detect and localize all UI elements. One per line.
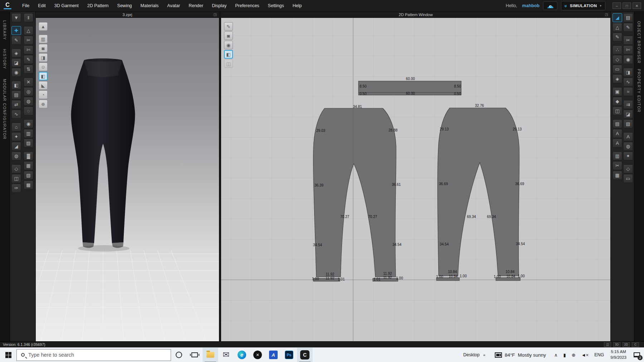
maximize-button[interactable]: □ <box>623 3 631 9</box>
minimize-button[interactable]: – <box>613 3 621 9</box>
menu-item[interactable]: Help <box>288 0 306 11</box>
tray-network-icon[interactable]: ⊕ <box>569 352 578 358</box>
taskbar-clo-button[interactable]: C <box>297 348 313 362</box>
tool-seam-allowance-button[interactable]: ▤ <box>613 119 622 128</box>
tool-scale-3d-button[interactable]: ◢ <box>11 142 21 151</box>
popout-window-icon[interactable]: ◳ <box>214 13 217 16</box>
tool-edit-pattern-button[interactable]: △ <box>613 23 622 32</box>
menu-item[interactable]: 3D Garment <box>50 0 83 11</box>
tool-fold-2d-button[interactable]: ◪ <box>623 110 633 119</box>
taskbar-mail-button[interactable]: ✉ <box>218 348 234 362</box>
menu-item[interactable]: 2D Pattern <box>83 0 113 11</box>
tray-volume-muted-icon[interactable]: ◄× <box>579 352 591 358</box>
tool-fabric-2d-button[interactable]: ▧ <box>623 119 633 128</box>
view-2d-button[interactable]: 2D <box>623 342 630 347</box>
taskbar-edge-button[interactable]: e <box>234 348 250 362</box>
view-3d-button[interactable]: 3D <box>613 342 620 347</box>
tool-edit-sewing-2d-button[interactable]: ✎ <box>623 23 633 32</box>
tool-topstitch-line-button[interactable]: ≈ <box>623 87 633 96</box>
view3d-strain-map-button[interactable]: ▥ <box>39 35 48 43</box>
rail-tab-modular-configurator[interactable]: MODULAR CONFIGURATOR <box>3 79 7 140</box>
menu-item[interactable]: Materials <box>136 0 163 11</box>
tool-rectangle-button[interactable]: ▭ <box>613 65 622 74</box>
tool-binding-button[interactable]: ▦ <box>24 161 33 170</box>
tool-sewing-machine-2d-button[interactable]: ▤ <box>623 13 633 22</box>
tool-polygon-button[interactable]: ◇ <box>613 55 622 64</box>
rail-tab-library[interactable]: LIBRARY <box>3 20 7 40</box>
action-center-button[interactable]: 2 <box>630 348 644 362</box>
rail-tab-object-browser[interactable]: OBJECT BROWSER <box>637 21 641 64</box>
menu-item[interactable]: Edit <box>34 0 50 11</box>
tool-fold-arrangement-button[interactable]: ◧ <box>11 81 21 90</box>
desktop-toolbar-label[interactable]: Desktop <box>460 352 483 357</box>
tool-pin-tack-button[interactable]: ◉ <box>11 68 21 77</box>
cortana-button[interactable] <box>171 348 187 362</box>
close-button[interactable]: ✕ <box>633 3 641 9</box>
tool-free-sew-2d-button[interactable]: ✄ <box>623 45 633 54</box>
clo-home-button[interactable]: C <box>632 342 639 347</box>
tool-internal-rectangle-button[interactable]: ▣ <box>613 87 622 96</box>
tool-add-point-button[interactable]: ∴ <box>613 45 622 54</box>
tool-measure-tape-button[interactable]: ∿ <box>11 110 21 119</box>
taskbar-clock[interactable]: 5:15 AM 9/9/2023 <box>607 349 630 360</box>
tool-fabric-strip-button[interactable]: ▨ <box>24 139 33 148</box>
tool-shirring-button[interactable]: ∿ <box>623 78 633 86</box>
tool-style-line-button[interactable]: ✑ <box>11 184 21 193</box>
tool-fit-check-button[interactable]: ◇ <box>11 164 21 173</box>
view3d-viewport[interactable]: ▲▥◙◨☺◧◣◔⊕ <box>36 18 219 341</box>
tool-select-mesh-button[interactable]: △ <box>24 26 33 35</box>
view2d-show-base-pattern-button[interactable]: ◧ <box>224 50 233 59</box>
view3d-mesh-pattern-button[interactable]: ◣ <box>39 81 48 90</box>
taskbar-photoshop-button[interactable]: Ps <box>281 348 297 362</box>
rail-tab-history[interactable]: HISTORY <box>3 49 7 69</box>
tool-fabric-roll-button[interactable]: ▓ <box>24 152 33 160</box>
tool-pin-2d-button[interactable]: ◉ <box>623 55 633 64</box>
menu-item[interactable]: Settings <box>264 0 288 11</box>
view3d-show-garment-button[interactable]: ◙ <box>39 44 48 53</box>
tool-iron-button[interactable]: ◨ <box>623 68 633 77</box>
tool-free-sewing-button[interactable]: ✄ <box>24 45 33 54</box>
weather-widget[interactable]: 84°F Mostly sunny <box>491 352 550 358</box>
view3d-show-avatar-button[interactable]: ☺ <box>39 63 48 71</box>
tool-dart-button[interactable]: ◆ <box>613 97 622 106</box>
simulation-mode-dropdown[interactable]: » SIMULATION ▾ <box>561 1 605 10</box>
tool-layer-clone-button[interactable]: ▦ <box>613 171 622 180</box>
menu-item[interactable]: Sewing <box>113 0 136 11</box>
tool-button-button[interactable]: ◍ <box>24 97 33 106</box>
tool-sewing-machine-3d-button[interactable]: ▤ <box>11 90 21 99</box>
menu-item[interactable]: File <box>18 0 34 11</box>
tool-mn-sewing-button[interactable]: ⇅ <box>24 65 33 74</box>
tool-segment-sewing-button[interactable]: ✂ <box>24 36 33 45</box>
tool-solidify-button[interactable]: ▩ <box>24 180 33 189</box>
tool-simulate-button[interactable]: ▼ <box>11 13 21 22</box>
menu-item[interactable]: Display <box>208 0 231 11</box>
clo-logo-icon[interactable]: C <box>2 1 13 10</box>
tool-dart-2d-button[interactable]: ◇ <box>623 164 633 173</box>
view2d-viewport[interactable]: 60.008.508.500.500.5060.0034.8129.0328.8… <box>221 18 610 341</box>
task-view-button[interactable] <box>187 348 203 362</box>
rail-tab-property-editor[interactable]: PROPERTY EDITOR <box>637 69 641 113</box>
tool-grade-3d-button[interactable]: ✦ <box>11 132 21 141</box>
popout-window-icon[interactable]: ◳ <box>605 13 608 16</box>
tool-edit-curve-point-button[interactable]: ✎ <box>613 33 622 41</box>
toolbar-chevron-icon[interactable]: » <box>483 353 486 357</box>
tool-select-garment-button[interactable]: ◈ <box>11 49 21 58</box>
view3d-textured-surface-button[interactable]: ◨ <box>39 53 48 62</box>
tray-hidden-icons-icon[interactable]: ∧ <box>552 352 560 358</box>
taskbar-xbox-button[interactable]: ✕ <box>250 348 265 362</box>
view2d-pattern-info-button[interactable]: ◉ <box>224 41 233 49</box>
tool-edit-sewing-button[interactable]: ✎ <box>24 55 33 64</box>
view2d-trace-reference-button[interactable]: ◫ <box>224 59 233 68</box>
taskbar-explorer-button[interactable] <box>203 348 218 362</box>
view2d-edit-topstitch-button[interactable]: ✎ <box>224 22 233 31</box>
start-button[interactable] <box>0 348 16 362</box>
tool-pin-garment-button[interactable]: ◎ <box>24 87 33 96</box>
menu-item[interactable]: Preferences <box>231 0 263 11</box>
taskbar-search-input[interactable]: Type here to search <box>16 349 171 361</box>
view2d-show-garment-2d-button[interactable]: ◙ <box>224 31 233 40</box>
tool-transform-pattern-button[interactable]: ◢ <box>613 13 622 22</box>
tool-internal-polygon-button[interactable]: ◈ <box>613 74 622 83</box>
tool-flatten-button[interactable]: ◪ <box>11 58 21 67</box>
tool-cut-and-sew-button[interactable]: ✂ <box>613 161 622 170</box>
tool-avatar-tape-button[interactable]: ◫ <box>11 174 21 183</box>
